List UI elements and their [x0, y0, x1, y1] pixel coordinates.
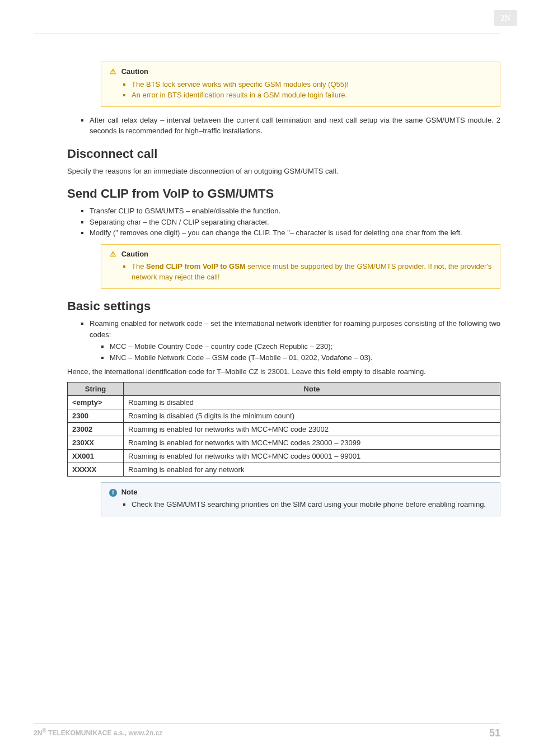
bold-text: Send CLIP from VoIP to GSM [146, 262, 246, 270]
warning-icon: ⚠ [109, 249, 117, 260]
table-header-string: String [68, 382, 124, 395]
callout-title-text: Caution [121, 67, 148, 76]
cell-note: Roaming is disabled [124, 395, 500, 409]
heading-disconnect-call: Disconnect call [67, 147, 500, 161]
callout-title-text: Note [121, 488, 138, 496]
heading-send-clip: Send CLIP from VoIP to GSM/UMTS [67, 186, 500, 201]
table-header-note: Note [124, 382, 500, 395]
cell-string: <empty> [68, 395, 124, 409]
callout-item: Check the GSM/UMTS searching priorities … [132, 500, 492, 510]
paragraph-hence: Hence, the international identification … [67, 366, 500, 377]
list-item: Transfer CLIP to GSM/UMTS – enable/disab… [90, 206, 500, 217]
callout-title-text: Caution [121, 250, 148, 258]
callout-item: The BTS lock service works with specific… [132, 80, 492, 90]
callout-title: ⚠ Caution [109, 67, 492, 77]
cell-note: Roaming is enabled for networks with MCC… [124, 422, 500, 436]
cell-note: Roaming is disabled (5 digits is the min… [124, 409, 500, 422]
roaming-table: String Note <empty>Roaming is disabled 2… [67, 382, 500, 477]
list-item-after-call: After call relax delay – interval betwee… [90, 115, 500, 137]
footer-divider [34, 724, 500, 724]
table-row: 230XXRoaming is enabled for networks wit… [68, 436, 500, 449]
cell-string: 23002 [68, 422, 124, 436]
brand-logo: 2N [494, 10, 517, 26]
sublist-item: MCC – Mobile Country Code – country code… [110, 341, 500, 352]
info-icon: i [109, 489, 117, 497]
cell-string: 2300 [68, 409, 124, 422]
callout-item: The Send CLIP from VoIP to GSM service m… [132, 262, 492, 283]
table-row: 2300Roaming is disabled (5 digits is the… [68, 409, 500, 422]
caution-callout-sendclip: ⚠ Caution The Send CLIP from VoIP to GSM… [101, 244, 500, 290]
page-number: 51 [489, 727, 500, 739]
note-callout: i Note Check the GSM/UMTS searching prio… [101, 482, 500, 517]
callout-title: ⚠ Caution [109, 249, 492, 260]
callout-title: i Note [109, 487, 492, 498]
cell-string: XXXXX [68, 463, 124, 476]
header-divider [34, 34, 500, 34]
table-row: <empty>Roaming is disabled [68, 395, 500, 409]
warning-icon: ⚠ [109, 67, 117, 77]
text: The [132, 262, 146, 270]
list-item: Modify (" removes one digit) – you can c… [90, 227, 500, 239]
paragraph-disconnect: Specify the reasons for an immediate dis… [67, 166, 500, 177]
table-row: 23002Roaming is enabled for networks wit… [68, 422, 500, 436]
caution-callout-bts: ⚠ Caution The BTS lock service works wit… [101, 62, 500, 107]
callout-item: An error in BTS identification results i… [132, 90, 492, 101]
cell-note: Roaming is enabled for networks with MCC… [124, 436, 500, 449]
cell-string: 230XX [68, 436, 124, 449]
cell-note: Roaming is enabled for networks with MCC… [124, 449, 500, 463]
table-row: XXXXXRoaming is enabled for any network [68, 463, 500, 476]
heading-basic-settings: Basic settings [67, 299, 500, 314]
page-footer: 2N® TELEKOMUNIKACE a.s., www.2n.cz 51 [34, 724, 500, 739]
brand-logo-text: 2N [500, 14, 510, 22]
footer-brand: 2N [34, 729, 42, 737]
footer-left: 2N® TELEKOMUNIKACE a.s., www.2n.cz [34, 727, 162, 739]
text: Roaming enabled for network code – set t… [90, 319, 500, 339]
list-item: Separating char – the CDN / CLIP separat… [90, 217, 500, 228]
list-item-roaming: Roaming enabled for network code – set t… [90, 318, 500, 363]
sublist-item: MNC – Mobile Network Code – GSM code (T–… [110, 352, 500, 363]
footer-reg: ® [42, 727, 46, 734]
footer-company: TELEKOMUNIKACE a.s., www.2n.cz [46, 729, 163, 737]
table-row: XX001Roaming is enabled for networks wit… [68, 449, 500, 463]
cell-note: Roaming is enabled for any network [124, 463, 500, 476]
cell-string: XX001 [68, 449, 124, 463]
